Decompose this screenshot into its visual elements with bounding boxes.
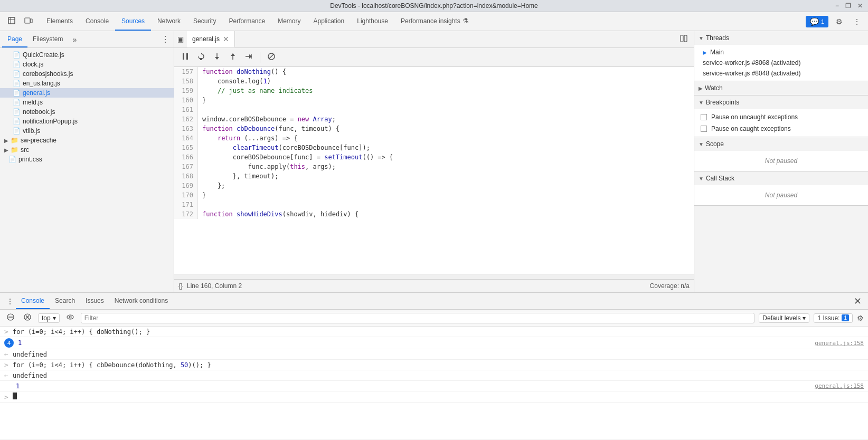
tab-application[interactable]: Application [307,12,351,31]
tab-sources[interactable]: Sources [115,12,151,31]
console-tab-console[interactable]: Console [16,293,50,309]
step-out-button[interactable] [226,51,240,64]
thread-main[interactable]: ▶ Main [694,47,868,58]
sidebar-tab-more[interactable]: » [70,35,79,44]
console-output-value-2: 1 [18,339,22,347]
inspect-element-button[interactable] [4,14,19,28]
format-icon: {} [178,282,183,290]
console-tab-issues[interactable]: Issues [80,293,109,309]
close-button[interactable]: ✕ [856,2,864,9]
file-item-notificationpopup[interactable]: 📄 notificationPopup.js [0,117,174,126]
console-tab-search[interactable]: Search [50,293,80,309]
threads-header[interactable]: ▼ Threads [694,31,868,45]
scope-arrow-icon: ▼ [699,141,704,147]
thread-active-icon: ▶ [703,50,707,55]
tab-console[interactable]: Console [79,12,115,31]
settings-button[interactable]: ⚙ [833,15,846,28]
folder-src[interactable]: ▶ 📁 src [0,145,174,155]
tab-performance[interactable]: Performance [222,12,271,31]
tab-lighthouse[interactable]: Lighthouse [351,12,394,31]
sidebar-menu-button[interactable]: ⋮ [159,34,172,44]
minimize-button[interactable]: − [834,2,840,9]
file-item-clock[interactable]: 📄 clock.js [0,60,174,69]
editor-tabs: ▣ general.js ✕ [174,31,694,48]
console-context-selector[interactable]: top ▾ [38,313,60,323]
step-continue-button[interactable] [242,51,256,64]
console-prompt-5: ← [4,371,11,379]
callstack-header[interactable]: ▼ Call Stack [694,171,868,185]
file-icon: 📄 [13,89,21,97]
bp-uncaught-checkbox[interactable] [701,114,707,120]
file-icon: 📄 [13,51,21,59]
tab-performance-insights[interactable]: Performance insights ⚗ [394,12,475,31]
code-line-159: // just as name indicates [202,86,690,95]
bp-caught-checkbox[interactable] [701,126,707,132]
step-out-icon [229,52,237,61]
console-cursor[interactable] [13,393,17,399]
file-item-quickcreate[interactable]: 📄 QuickCreate.js [0,50,174,60]
file-item-vtlib[interactable]: 📄 vtlib.js [0,126,174,136]
tab-elements[interactable]: Elements [40,12,79,31]
deactivate-breakpoints-button[interactable] [265,51,278,64]
console-count-badge: 4 [4,338,14,348]
file-item-general[interactable]: 📄 general.js [0,88,174,98]
console-clear-messages-button[interactable] [21,312,34,323]
bp-caught: Pause on caught exceptions [694,123,868,135]
issue-badge[interactable]: 1 Issue: 1 [814,313,853,323]
split-editor-button[interactable] [678,33,690,46]
watch-arrow-icon: ▶ [699,85,703,91]
console-tab-network-conditions[interactable]: Network conditions [109,293,173,309]
editor-tab-close-button[interactable]: ✕ [223,35,229,43]
window-controls: − ❐ ✕ [834,2,864,9]
tab-memory[interactable]: Memory [271,12,307,31]
code-area: ▣ general.js ✕ [174,31,694,292]
folder-sw-precache[interactable]: ▶ 📁 sw-precache [0,136,174,145]
console-clear-button[interactable] [4,312,17,323]
default-levels-selector[interactable]: Default levels ▾ [759,313,809,323]
editor-tab-general-js[interactable]: general.js ✕ [187,31,235,47]
console-link-2[interactable]: general.js:158 [815,340,864,347]
code-editor[interactable]: 157 158 159 160 161 162 163 164 165 166 … [174,67,694,274]
performance-insights-icon: ⚗ [463,17,469,25]
sidebar-tab-filesystem[interactable]: Filesystem [27,31,68,47]
step-over-button[interactable] [194,51,208,64]
thread-sw1[interactable]: service-worker.js #8068 (activated) [694,58,868,68]
console-entry-2: 4 1 general.js:158 [0,337,868,349]
tab-security[interactable]: Security [187,12,222,31]
console-entry-3: ← undefined [0,349,868,360]
scope-not-paused: Not paused [694,153,868,169]
file-item-en-us[interactable]: 📄 en_us.lang.js [0,79,174,88]
sources-toggle-button[interactable]: ▣ [174,35,187,43]
code-line-157: function doNothing() { [202,67,690,76]
tab-network[interactable]: Network [151,12,187,31]
console-link-6[interactable]: general.js:158 [815,382,864,389]
console-eye-button[interactable] [64,312,77,323]
feedback-button[interactable]: 💬 1 [806,16,828,27]
watch-header[interactable]: ▶ Watch [694,81,868,95]
breakpoints-section: ▼ Breakpoints Pause on uncaught exceptio… [694,95,868,137]
console-settings-button[interactable]: ⚙ [857,314,864,322]
console-code-1: for (i=0; i<4; i++) { doNothing(); } [13,328,150,336]
breakpoints-header[interactable]: ▼ Breakpoints [694,95,868,109]
file-item-corebosjshooks[interactable]: 📄 corebosjshooks.js [0,69,174,79]
console-entry-1: > for (i=0; i<4; i++) { doNothing(); } [0,327,868,337]
file-item-print-css[interactable]: 📄 print.css [0,155,174,164]
right-panel: ▼ Threads ▶ Main service-worker.js #8068… [694,31,868,292]
restore-button[interactable]: ❐ [844,2,852,9]
console-menu-button[interactable]: ⋮ [4,296,16,307]
scope-header[interactable]: ▼ Scope [694,137,868,151]
thread-sw2[interactable]: service-worker.js #8048 (activated) [694,68,868,79]
step-into-button[interactable] [210,51,224,64]
horizontal-scrollbar[interactable] [174,274,694,279]
callstack-content: Not paused [694,185,868,205]
file-item-notebook[interactable]: 📄 notebook.js [0,107,174,117]
console-filter-input[interactable] [81,313,755,323]
console-close-button[interactable]: ✕ [852,295,864,307]
levels-arrow-icon: ▾ [803,314,806,322]
pause-resume-button[interactable] [178,51,192,64]
device-toolbar-button[interactable] [21,14,36,28]
file-item-meld[interactable]: 📄 meld.js [0,98,174,107]
more-menu-button[interactable]: ⋮ [850,15,864,28]
code-line-170: } [202,190,690,200]
sidebar-tab-page[interactable]: Page [2,31,27,47]
